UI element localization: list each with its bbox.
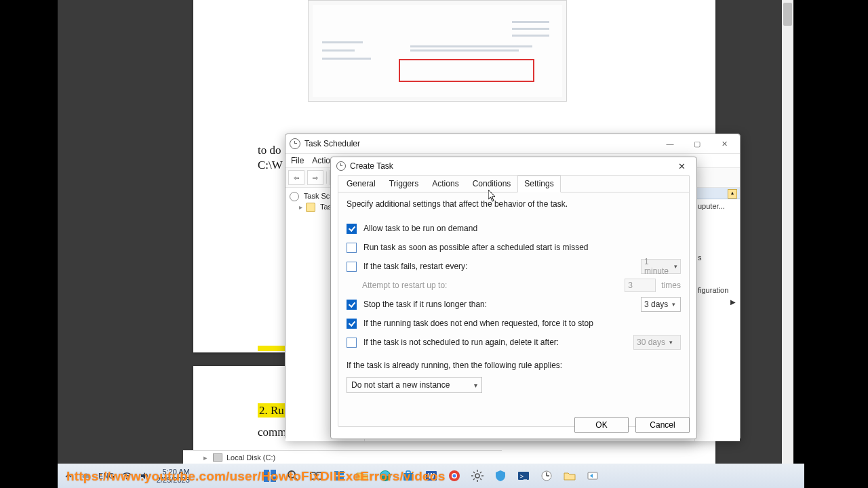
stop-if-longer-label: Stop the task if it runs longer than: (363, 300, 641, 309)
settings-description: Specify additional settings that affect … (347, 199, 681, 209)
delete-after-combo: 30 days▾ (633, 335, 681, 350)
settings-panel: Specify additional settings that affect … (338, 192, 689, 427)
drive-label: Local Disk (C:) (226, 453, 275, 462)
folder-icon[interactable] (561, 467, 578, 485)
row-run-after-missed: Run task as soon as possible after a sch… (347, 240, 681, 255)
tab-general[interactable]: General (340, 176, 382, 192)
force-stop-label: If the running task does not end when re… (363, 319, 681, 328)
force-stop-checkbox[interactable] (347, 319, 357, 329)
if-fails-label: If the task fails, restart every: (363, 262, 641, 271)
powershell-icon[interactable]: >_ (515, 467, 532, 485)
close-button[interactable]: ✕ (715, 138, 733, 150)
chrome-icon[interactable] (446, 467, 463, 485)
restart-interval-combo: 1 minute▾ (641, 259, 681, 274)
stop-if-longer-checkbox[interactable] (347, 300, 357, 310)
svg-point-19 (452, 474, 456, 478)
tab-triggers[interactable]: Triggers (382, 176, 426, 192)
file-explorer-peek[interactable]: ▸ Local Disk (C:) (183, 450, 502, 464)
drive-icon (213, 453, 222, 462)
task-scheduler-titlebar[interactable]: Task Scheduler — ▢ ✕ (285, 134, 740, 154)
doc-text-comm: comm (258, 426, 287, 439)
run-after-missed-checkbox[interactable] (347, 243, 357, 253)
expand-arrow-icon[interactable]: ▶ (695, 297, 740, 307)
nav-back-button[interactable]: ⇦ (288, 170, 304, 185)
run-after-missed-label: Run task as soon as possible after a sch… (363, 243, 681, 252)
action-item[interactable]: uputer... (695, 199, 740, 213)
chevron-down-icon: ▾ (474, 382, 477, 389)
red-highlight-box (399, 59, 534, 82)
attempt-label: Attempt to restart up to: (362, 281, 625, 290)
nav-forward-button[interactable]: ⇨ (307, 170, 323, 185)
running-rule-combo[interactable]: Do not start a new instance ▾ (347, 377, 482, 393)
row-attempt: Attempt to restart up to: 3 times (347, 278, 681, 293)
doc-text-path: C:\W (258, 159, 283, 172)
doc-scrollbar[interactable] (782, 0, 793, 464)
clock-icon (290, 138, 300, 149)
settings-icon[interactable] (469, 467, 486, 485)
attempt-count-spinner: 3 (625, 279, 656, 292)
row-allow-on-demand: Allow task to be run on demand (347, 221, 681, 236)
row-force-stop: If the running task does not end when re… (347, 316, 681, 331)
clock-icon (336, 161, 346, 171)
dialog-button-bar: OK Cancel (574, 417, 690, 433)
allow-on-demand-label: Allow task to be run on demand (363, 224, 681, 233)
minimize-button[interactable]: — (661, 138, 679, 150)
row-stop-if-longer: Stop the task if it runs longer than: 3 … (347, 297, 681, 312)
delete-if-not-checkbox[interactable] (347, 338, 357, 348)
already-running-label: If the task is already running, then the… (347, 361, 681, 370)
security-icon[interactable] (492, 467, 509, 485)
clock-icon (290, 192, 299, 201)
row-already-running: If the task is already running, then the… (347, 358, 681, 373)
svg-line-26 (480, 479, 481, 480)
task-scheduler-icon[interactable] (538, 467, 555, 485)
screen: to do C:\W 2. Ru comm ▸ Local Disk (C:) … (0, 0, 868, 488)
doc-text-todo: to do (258, 144, 281, 157)
attempt-times-label: times (661, 281, 681, 290)
svg-line-28 (480, 472, 481, 473)
tab-settings[interactable]: Settings (517, 176, 560, 192)
maximize-button[interactable]: ▢ (688, 138, 706, 150)
if-fails-checkbox[interactable] (347, 262, 357, 272)
menu-action[interactable]: Actio (312, 156, 330, 165)
folder-icon (306, 203, 315, 212)
run-icon[interactable] (584, 467, 601, 485)
cancel-button[interactable]: Cancel (635, 417, 690, 433)
collapse-icon[interactable]: ▴ (728, 189, 737, 199)
task-scheduler-title: Task Scheduler (304, 139, 661, 148)
create-task-dialog: Create Task ✕ General Triggers Actions C… (330, 157, 697, 439)
task-scheduler-actions-panel: ▴ uputer... s figuration ▶ (694, 188, 740, 441)
overlay-url: https://www.youtube.com/user/HowtoFixDll… (66, 469, 445, 484)
ok-button[interactable]: OK (574, 417, 629, 433)
svg-line-25 (473, 472, 475, 473)
create-task-body: General Triggers Actions Conditions Sett… (338, 175, 690, 427)
cursor-icon (488, 190, 496, 202)
stop-duration-combo[interactable]: 3 days▾ (641, 297, 681, 312)
close-button[interactable]: ✕ (672, 159, 691, 173)
create-task-title: Create Task (350, 161, 672, 171)
create-task-tabs: General Triggers Actions Conditions Sett… (338, 176, 689, 192)
svg-text:>_: >_ (519, 473, 527, 480)
tab-actions[interactable]: Actions (425, 176, 465, 192)
action-item[interactable]: figuration (695, 283, 740, 297)
row-if-fails: If the task fails, restart every: 1 minu… (347, 259, 681, 274)
menu-file[interactable]: File (291, 156, 304, 165)
svg-point-20 (475, 474, 479, 478)
embedded-screenshot (308, 0, 567, 102)
create-task-titlebar[interactable]: Create Task ✕ (331, 157, 696, 175)
action-item[interactable]: s (695, 251, 740, 264)
row-delete-if-not: If the task is not scheduled to run agai… (347, 335, 681, 350)
doc-text-step2: 2. Ru (258, 404, 285, 418)
actions-header[interactable]: ▴ (695, 188, 740, 199)
doc-scroll-thumb[interactable] (783, 3, 792, 26)
svg-line-27 (473, 479, 475, 480)
allow-on-demand-checkbox[interactable] (347, 224, 357, 234)
